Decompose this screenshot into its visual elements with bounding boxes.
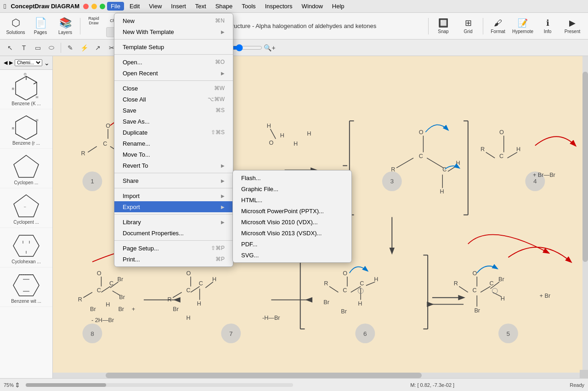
menu-rename[interactable]: Rename... bbox=[114, 138, 233, 149]
svg-text:C: C bbox=[473, 287, 477, 294]
format-button[interactable]: 🖌 Format bbox=[486, 15, 510, 38]
menu-help[interactable]: Help bbox=[328, 2, 348, 11]
svg-text:R: R bbox=[391, 166, 395, 173]
menu-tools[interactable]: Tools bbox=[238, 2, 259, 11]
export-flash[interactable]: Flash... bbox=[233, 172, 351, 183]
menu-new[interactable]: New ⌘N bbox=[114, 15, 233, 26]
toolbar-sep-4 bbox=[483, 18, 483, 34]
shape-item-cyclopent-2[interactable]: – Cyclopent ... bbox=[0, 188, 52, 228]
menu-close-all[interactable]: Close All ⌥⌘W bbox=[114, 94, 233, 105]
menu-inspectors[interactable]: Inspectors bbox=[261, 2, 296, 11]
nav-forward[interactable]: ▶ bbox=[9, 60, 13, 66]
svg-text:Br: Br bbox=[118, 306, 124, 312]
svg-line-144 bbox=[481, 286, 490, 292]
menu-save[interactable]: Save ⌘S bbox=[114, 105, 233, 116]
export-vsdx[interactable]: Microsoft Visio 2013 (VSDX)... bbox=[233, 227, 351, 238]
share-arrow: ▶ bbox=[221, 178, 225, 183]
export-vdx-label: Microsoft Visio 2010 (VDX)... bbox=[241, 219, 318, 226]
menu-insert[interactable]: Insert bbox=[167, 2, 190, 11]
svg-text:R: R bbox=[81, 150, 85, 157]
hypernote-button[interactable]: 📝 Hypernote bbox=[511, 15, 535, 38]
svg-text:+ Br: + Br bbox=[540, 293, 551, 299]
benzene-k-preview: O R H bbox=[10, 73, 42, 100]
shape-item-benzene-w[interactable]: Benzene wit ... bbox=[0, 267, 52, 307]
grid-icon: ⊞ bbox=[465, 18, 472, 28]
tool-7[interactable]: ↗ bbox=[91, 41, 104, 54]
export-vdx[interactable]: Microsoft Visio 2010 (VDX)... bbox=[233, 216, 351, 227]
nav-back[interactable]: ◀ bbox=[4, 60, 7, 66]
close-button[interactable] bbox=[83, 4, 89, 9]
menu-share[interactable]: Share ▶ bbox=[114, 175, 233, 186]
present-button[interactable]: ▶ Present bbox=[560, 15, 584, 38]
menu-document-props[interactable]: Document Properties... bbox=[114, 227, 233, 238]
apple-menu[interactable]:  bbox=[4, 2, 6, 10]
menu-window[interactable]: Window bbox=[298, 2, 327, 11]
library-select[interactable]: Chemi... bbox=[15, 59, 42, 66]
menu-text[interactable]: Text bbox=[192, 2, 210, 11]
menu-page-setup[interactable]: Page Setup... ⇧⌘P bbox=[114, 243, 233, 254]
layers-button[interactable]: 📚 Layers bbox=[53, 15, 77, 38]
menu-import[interactable]: Import ▶ bbox=[114, 190, 233, 201]
menu-open[interactable]: Open... ⌘O bbox=[114, 57, 233, 68]
nav-dropdown-icon[interactable]: ⌄ bbox=[44, 59, 50, 67]
shape-item-benzene-k[interactable]: O R H Benzene (K ... bbox=[0, 70, 52, 109]
scroll-track[interactable] bbox=[26, 383, 293, 387]
h-scrollbar[interactable] bbox=[53, 373, 580, 378]
minimize-button[interactable] bbox=[91, 4, 97, 9]
menu-revert-to[interactable]: Revert To ▶ bbox=[114, 160, 233, 171]
zoom-value: 75% bbox=[4, 382, 14, 388]
v-scrollbar-thumb[interactable] bbox=[582, 72, 588, 261]
tool-6[interactable]: ⚡ bbox=[78, 41, 90, 54]
svg-line-72 bbox=[486, 152, 495, 158]
shape-item-benzene-r[interactable]: R H Benzene (r ... bbox=[0, 109, 52, 149]
menu-template-setup[interactable]: Template Setup bbox=[114, 41, 233, 52]
tool-5[interactable]: ✎ bbox=[64, 41, 77, 54]
svg-text:C: C bbox=[186, 287, 190, 294]
menu-print[interactable]: Print... ⌘P bbox=[114, 254, 233, 265]
snap-button[interactable]: 🔲 Snap bbox=[431, 15, 455, 38]
cyclohexan-label: Cyclohexan ... bbox=[11, 259, 40, 264]
rapid-draw-button[interactable]: Rapid Draw bbox=[83, 15, 104, 26]
text-tool[interactable]: T bbox=[17, 41, 30, 54]
menu-export[interactable]: Export ▶ bbox=[114, 201, 233, 212]
h-scrollbar-thumb[interactable] bbox=[106, 373, 422, 378]
close-all-label: Close All bbox=[123, 96, 146, 103]
export-pdf[interactable]: PDF... bbox=[233, 238, 351, 249]
v-scrollbar[interactable] bbox=[582, 56, 588, 373]
svg-line-88 bbox=[83, 292, 92, 298]
export-svg[interactable]: SVG... bbox=[233, 249, 351, 261]
zoom-control[interactable]: 75% ⇕ bbox=[4, 381, 20, 389]
svg-text:H: H bbox=[36, 119, 38, 122]
solutions-button[interactable]: ⬡ Solutions bbox=[4, 15, 28, 38]
select-tool[interactable]: ↖ bbox=[4, 41, 17, 54]
svg-text:O: O bbox=[419, 129, 424, 136]
menu-view[interactable]: View bbox=[145, 2, 165, 11]
shape-item-cyclopent-1[interactable]: Cyclopen ... bbox=[0, 149, 52, 188]
svg-text:Br: Br bbox=[498, 276, 504, 283]
menu-shape[interactable]: Shape bbox=[212, 2, 237, 11]
export-pptx[interactable]: Microsoft PowerPoint (PPTX)... bbox=[233, 205, 351, 216]
menu-move-to[interactable]: Move To... bbox=[114, 149, 233, 160]
menu-open-recent[interactable]: Open Recent ▶ bbox=[114, 68, 233, 79]
svg-text:H: H bbox=[501, 295, 505, 302]
zoom-stepper[interactable]: ⇕ bbox=[15, 381, 20, 389]
rect-tool[interactable]: ▭ bbox=[31, 41, 44, 54]
svg-line-148 bbox=[492, 292, 501, 297]
export-html[interactable]: HTML... bbox=[233, 194, 351, 205]
info-button[interactable]: ℹ Info bbox=[536, 15, 560, 38]
menu-duplicate[interactable]: Duplicate ⇧⌘S bbox=[114, 127, 233, 138]
menu-close[interactable]: Close ⌘W bbox=[114, 83, 233, 94]
shape-item-cyclohexan[interactable]: Cyclohexan ... bbox=[0, 228, 52, 267]
menu-save-as[interactable]: Save As... bbox=[114, 116, 233, 127]
export-graphic[interactable]: Graphic File... bbox=[233, 183, 351, 194]
menu-file[interactable]: File bbox=[107, 2, 124, 11]
svg-text:Br: Br bbox=[323, 299, 329, 306]
menu-new-template[interactable]: New With Template ▶ bbox=[114, 26, 233, 37]
menu-edit[interactable]: Edit bbox=[126, 2, 143, 11]
maximize-button[interactable] bbox=[100, 4, 105, 9]
pages-button[interactable]: 📄 Pages bbox=[28, 15, 52, 38]
grid-button[interactable]: ⊞ Grid bbox=[456, 15, 480, 38]
ellipse-tool[interactable]: ⬭ bbox=[45, 41, 58, 54]
menu-library[interactable]: Library ▶ bbox=[114, 216, 233, 227]
zoom-in-btn[interactable]: 🔍+ bbox=[263, 41, 276, 54]
